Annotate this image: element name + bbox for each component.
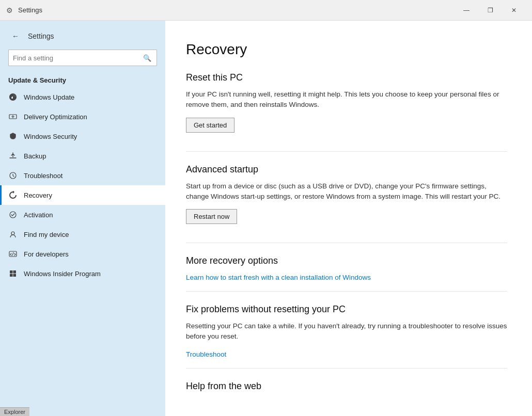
sidebar-header: ← Settings <box>0 21 165 47</box>
help-web-section: Help from the web <box>186 381 507 392</box>
title-bar-controls: — ❐ ✕ <box>455 2 526 19</box>
sidebar-item-label-find-my-device: Find my device <box>24 231 69 238</box>
sidebar-item-troubleshoot[interactable]: Troubleshoot <box>0 166 165 185</box>
advanced-startup-title: Advanced startup <box>186 164 507 175</box>
sidebar-item-activation[interactable]: Activation <box>0 205 165 225</box>
sidebar-item-label-for-developers: For developers <box>24 250 69 258</box>
svg-rect-8 <box>13 274 17 277</box>
sidebar-item-windows-insider[interactable]: Windows Insider Program <box>0 264 165 283</box>
reset-pc-title: Reset this PC <box>186 72 507 83</box>
title-bar-left: ⚙ Settings <box>6 6 455 14</box>
for-developers-icon <box>8 249 18 259</box>
svg-rect-6 <box>13 270 17 274</box>
app-title: Settings <box>28 32 54 40</box>
advanced-startup-section: Advanced startup Start up from a device … <box>186 164 507 239</box>
window-icon: ⚙ <box>6 6 13 14</box>
page-title: Recovery <box>186 41 507 58</box>
windows-insider-icon <box>8 269 18 278</box>
more-recovery-title: More recovery options <box>186 255 507 266</box>
divider-2 <box>186 243 507 243</box>
activation-icon <box>8 210 18 219</box>
search-input[interactable] <box>13 54 142 62</box>
reset-pc-section: Reset this PC If your PC isn't running w… <box>186 72 507 147</box>
sidebar-item-label-activation: Activation <box>24 211 53 219</box>
backup-icon <box>8 151 18 161</box>
restart-now-button[interactable]: Restart now <box>186 209 237 224</box>
search-box: 🔍 <box>8 50 157 66</box>
divider-4 <box>186 368 507 369</box>
taskbar-hint: Explorer <box>0 407 29 416</box>
windows-update-icon <box>8 92 18 102</box>
title-bar: ⚙ Settings — ❐ ✕ <box>0 0 532 21</box>
close-button[interactable]: ✕ <box>502 2 526 19</box>
sidebar-item-delivery-optimization[interactable]: Delivery Optimization <box>0 107 165 126</box>
sidebar-item-label-troubleshoot: Troubleshoot <box>24 172 62 180</box>
more-recovery-section: More recovery options Learn how to start… <box>186 255 507 282</box>
sidebar-item-for-developers[interactable]: For developers <box>0 244 165 264</box>
nav-list: Windows UpdateDelivery OptimizationWindo… <box>0 87 165 283</box>
sidebar-item-windows-security[interactable]: Windows Security <box>0 126 165 146</box>
sidebar-item-recovery[interactable]: Recovery <box>0 185 165 205</box>
divider-1 <box>186 151 507 152</box>
title-bar-title: Settings <box>18 6 42 14</box>
sidebar-item-backup[interactable]: Backup <box>0 146 165 166</box>
sidebar-item-label-windows-insider: Windows Insider Program <box>24 270 101 278</box>
svg-point-2 <box>10 212 16 218</box>
section-label: Update & Security <box>0 72 165 87</box>
find-my-device-icon <box>8 230 18 239</box>
divider-3 <box>186 291 507 292</box>
delivery-optimization-icon <box>8 112 18 121</box>
sidebar-item-find-my-device[interactable]: Find my device <box>0 225 165 244</box>
windows-security-icon <box>8 132 18 141</box>
fix-problems-section: Fix problems without resetting your PC R… <box>186 304 507 359</box>
sidebar: ← Settings 🔍 Update & Security Windows U… <box>0 21 165 416</box>
clean-install-link[interactable]: Learn how to start fresh with a clean in… <box>186 274 371 281</box>
help-web-title: Help from the web <box>186 381 507 392</box>
sidebar-item-label-delivery-optimization: Delivery Optimization <box>24 113 87 121</box>
sidebar-item-label-windows-update: Windows Update <box>24 93 74 101</box>
sidebar-item-label-backup: Backup <box>24 152 46 160</box>
sidebar-item-label-windows-security: Windows Security <box>24 133 77 140</box>
troubleshoot-icon <box>8 171 18 180</box>
get-started-button[interactable]: Get started <box>186 118 234 133</box>
main-layout: ← Settings 🔍 Update & Security Windows U… <box>0 21 532 416</box>
svg-point-3 <box>11 232 14 235</box>
back-button[interactable]: ← <box>8 29 23 43</box>
maximize-button[interactable]: ❐ <box>478 2 502 19</box>
reset-pc-desc: If your PC isn't running well, resetting… <box>186 89 507 110</box>
recovery-icon <box>8 190 18 200</box>
fix-problems-desc: Resetting your PC can take a while. If y… <box>186 321 507 342</box>
svg-rect-7 <box>10 274 13 277</box>
minimize-button[interactable]: — <box>455 2 478 19</box>
sidebar-item-windows-update[interactable]: Windows Update <box>0 87 165 107</box>
svg-rect-5 <box>10 270 13 274</box>
advanced-startup-desc: Start up from a device or disc (such as … <box>186 181 507 202</box>
search-icon[interactable]: 🔍 <box>142 54 152 62</box>
sidebar-item-label-recovery: Recovery <box>24 191 52 199</box>
troubleshoot-link[interactable]: Troubleshoot <box>186 350 226 358</box>
fix-problems-title: Fix problems without resetting your PC <box>186 304 507 315</box>
content-area: Recovery Reset this PC If your PC isn't … <box>165 21 532 416</box>
